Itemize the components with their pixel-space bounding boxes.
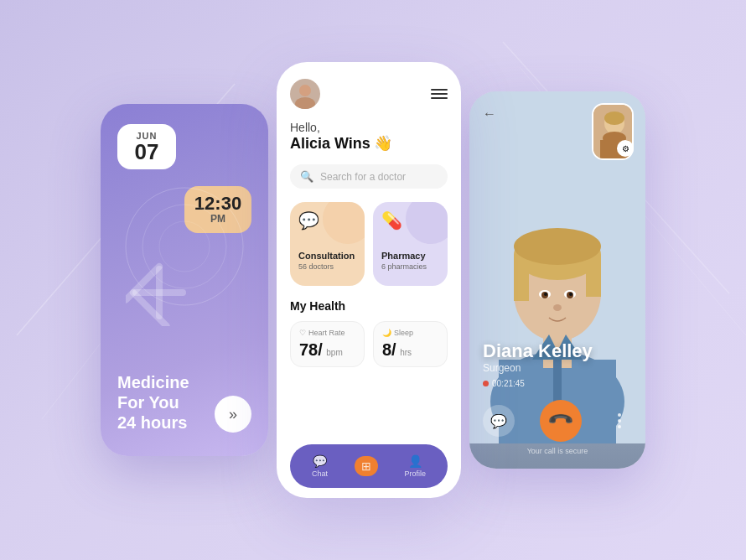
svg-point-11 — [299, 85, 311, 96]
date-box: JUN 07 — [117, 124, 176, 169]
ampm-label: PM — [210, 213, 225, 225]
greeting-name: Alicia Wins 👋 — [290, 134, 448, 153]
consultation-title: Consultation — [298, 251, 356, 261]
end-call-button[interactable]: 📞 — [531, 391, 591, 451]
chat-label: Chat — [312, 469, 328, 478]
svg-point-32 — [604, 111, 624, 125]
profile-label: Profile — [405, 469, 427, 478]
time-box: 12:30 PM — [184, 186, 251, 233]
arrow-button[interactable]: » — [215, 396, 251, 433]
svg-point-26 — [544, 293, 547, 296]
svg-rect-8 — [132, 289, 186, 296]
phone2-header — [290, 79, 448, 109]
bottom-nav: 💬 Chat ⊞ 👤 Profile — [290, 444, 448, 488]
heart-rate-label: ♡ Heart Rate — [299, 329, 355, 337]
svg-point-27 — [569, 293, 572, 296]
sleep-unit: hrs — [400, 348, 412, 357]
grid-icon: ⊞ — [361, 459, 371, 473]
sleep-label: 🌙 Sleep — [382, 329, 438, 337]
back-button[interactable]: ← — [483, 106, 496, 122]
svg-point-12 — [295, 97, 315, 109]
doctor-name: Diana Kelley — [483, 340, 632, 362]
chat-icon: 💬 — [313, 454, 327, 468]
svg-rect-20 — [586, 255, 601, 297]
sleep-value: 8/ — [382, 340, 396, 359]
heart-rate-stat: ♡ Heart Rate 78/ bpm — [290, 321, 365, 367]
svg-rect-19 — [514, 255, 529, 301]
profile-icon: 👤 — [408, 454, 422, 468]
call-timer: 00:21:45 — [483, 379, 632, 388]
menu-icon[interactable] — [431, 89, 448, 99]
consultation-card[interactable]: 💬 Consultation 56 doctors — [290, 202, 365, 286]
call-info: Diana Kelley Surgeon 00:21:45 💬 📞 Your c… — [469, 327, 645, 469]
pharmacy-subtitle: 6 pharmacies — [381, 262, 439, 271]
heart-rate-value: 78/ — [299, 340, 323, 359]
call-duration: 00:21:45 — [492, 379, 525, 388]
pharmacy-title: Pharmacy — [381, 251, 439, 261]
pharmacy-card[interactable]: 💊 Pharmacy 6 pharmacies — [373, 202, 448, 286]
call-controls: 💬 📞 — [483, 400, 632, 442]
secure-label: Your call is secure — [483, 447, 632, 455]
phones-container: JUN 07 12:30 PM Medicine Fo — [101, 62, 645, 498]
nav-profile[interactable]: 👤 Profile — [398, 451, 433, 481]
day-label: 07 — [135, 141, 159, 163]
avatar[interactable] — [290, 79, 320, 109]
time-value: 12:30 — [194, 194, 241, 213]
consultation-subtitle: 56 doctors — [298, 262, 356, 271]
health-stats: ♡ Heart Rate 78/ bpm 🌙 Sleep 8/ hrs — [290, 321, 448, 367]
svg-point-21 — [514, 228, 601, 265]
phone1-bottom: Medicine For You 24 hours » — [117, 372, 251, 433]
phone3: ← ⚙ Diana Kelley Surgeon 00:21:45 💬 — [469, 91, 645, 469]
nav-chat[interactable]: 💬 Chat — [305, 451, 334, 481]
video-settings-icon[interactable]: ⚙ — [617, 140, 634, 157]
more-options-button[interactable] — [607, 408, 632, 433]
feature-cards: 💬 Consultation 56 doctors 💊 Pharmacy 6 p… — [290, 202, 448, 286]
nav-grid[interactable]: ⊞ — [355, 456, 378, 476]
phone1: JUN 07 12:30 PM Medicine Fo — [101, 104, 268, 456]
search-placeholder: Search for a doctor — [320, 171, 406, 183]
doctor-title: Surgeon — [483, 362, 632, 374]
search-icon: 🔍 — [300, 170, 313, 183]
medical-symbol — [126, 259, 193, 339]
search-bar[interactable]: 🔍 Search for a doctor — [290, 164, 448, 189]
svg-point-28 — [553, 304, 562, 311]
my-health-title: My Health — [290, 299, 448, 313]
phone2: Hello, Alicia Wins 👋 🔍 Search for a doct… — [277, 62, 461, 498]
recording-indicator — [483, 381, 489, 386]
greeting-hello: Hello, — [290, 121, 448, 134]
heart-rate-unit: bpm — [326, 348, 342, 357]
greeting: Hello, Alicia Wins 👋 — [290, 121, 448, 153]
tagline: Medicine For You 24 hours — [117, 372, 189, 433]
chat-button[interactable]: 💬 — [483, 405, 515, 437]
sleep-stat: 🌙 Sleep 8/ hrs — [373, 321, 448, 367]
